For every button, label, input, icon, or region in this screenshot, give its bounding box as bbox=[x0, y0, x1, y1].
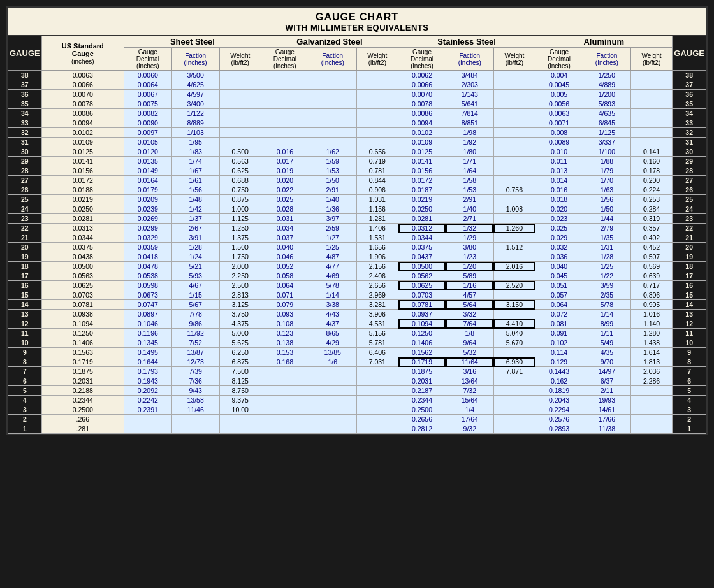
us-inches: 0.1719 bbox=[41, 357, 124, 367]
table-row: 19 0.0438 0.0418 1/24 1.750 0.046 4/87 1… bbox=[8, 252, 706, 262]
al-fraction: 1/50 bbox=[583, 204, 630, 214]
ss-decimal: 0.0067 bbox=[124, 90, 171, 99]
gauge-left: 30 bbox=[8, 147, 42, 157]
gauge-right: 17 bbox=[673, 271, 706, 281]
table-row: 15 0.0703 0.0673 1/15 2.813 0.071 1/14 2… bbox=[8, 290, 706, 300]
us-inches: 0.1563 bbox=[41, 348, 124, 357]
ss-fraction: 7/36 bbox=[171, 376, 219, 386]
al-decimal: 0.023 bbox=[536, 214, 583, 224]
ss-weight bbox=[219, 138, 261, 147]
al-fraction: 1/88 bbox=[583, 157, 630, 166]
us-inches: .266 bbox=[41, 415, 124, 424]
al-decimal: 0.064 bbox=[536, 300, 583, 310]
table-row: 21 0.0344 0.0329 3/91 1.375 0.037 1/27 1… bbox=[8, 233, 706, 243]
al-weight: 0.569 bbox=[630, 262, 673, 271]
ss-weight: 2.500 bbox=[219, 281, 261, 290]
ss-decimal: 0.0135 bbox=[124, 157, 171, 166]
gauge-left: 9 bbox=[8, 348, 42, 357]
al-decimal: 0.020 bbox=[536, 204, 583, 214]
al-faction-header: Faction(Inches) bbox=[583, 48, 630, 71]
gal-fraction: 1/25 bbox=[309, 243, 356, 252]
ss-fraction: 1/122 bbox=[171, 109, 219, 118]
gal-fraction: 1/62 bbox=[309, 147, 356, 157]
gal-weight: 2.156 bbox=[356, 262, 398, 271]
gauge-left: 28 bbox=[8, 166, 42, 176]
st-decimal: 0.1406 bbox=[398, 338, 446, 348]
st-faction-header: Faction(Inches) bbox=[446, 48, 493, 71]
gal-decimal bbox=[261, 71, 309, 80]
ss-fraction: 13/87 bbox=[171, 348, 219, 357]
al-weight: 0.905 bbox=[630, 300, 673, 310]
st-weight: 4.410 bbox=[493, 319, 535, 329]
gal-weight bbox=[356, 386, 398, 396]
ss-fraction: 9/86 bbox=[171, 319, 219, 329]
gal-decimal: 0.079 bbox=[261, 300, 309, 310]
gal-weight: 6.406 bbox=[356, 348, 398, 357]
al-decimal: 0.2294 bbox=[536, 405, 583, 415]
table-row: 35 0.0078 0.0075 3/400 0.0078 5/641 0.00… bbox=[8, 99, 706, 109]
gal-fraction: 4/77 bbox=[309, 262, 356, 271]
al-decimal: 0.102 bbox=[536, 338, 583, 348]
gal-decimal: 0.040 bbox=[261, 243, 309, 252]
ss-fraction: 1/83 bbox=[171, 147, 219, 157]
al-decimal: 0.018 bbox=[536, 195, 583, 204]
gal-decimal: 0.020 bbox=[261, 176, 309, 185]
gal-fraction bbox=[309, 90, 356, 99]
title-section: GAUGE CHART WITH MILLIMETER EQUIVALENTS bbox=[8, 8, 706, 36]
st-fraction: 15/64 bbox=[446, 396, 493, 405]
al-weight bbox=[630, 386, 673, 396]
gauge-left: 38 bbox=[8, 71, 42, 80]
al-decimal: 0.1819 bbox=[536, 386, 583, 396]
gauge-left: 10 bbox=[8, 338, 42, 348]
table-row: 18 0.0500 0.0478 5/21 2.000 0.052 4/77 2… bbox=[8, 262, 706, 271]
gauge-right: 34 bbox=[673, 109, 706, 118]
table-body: 38 0.0063 0.0060 3/500 0.0062 3/484 0.00… bbox=[8, 71, 706, 434]
gal-weight: 5.156 bbox=[356, 329, 398, 338]
st-weight bbox=[493, 109, 535, 118]
ss-decimal: 0.0299 bbox=[124, 224, 171, 233]
gal-weight-header: Weight(lb/ft2) bbox=[356, 48, 398, 71]
st-decimal: 0.0109 bbox=[398, 138, 446, 147]
ss-decimal: 0.1345 bbox=[124, 338, 171, 348]
ss-fraction: 1/28 bbox=[171, 243, 219, 252]
ss-fraction: 1/95 bbox=[171, 138, 219, 147]
gauge-right: 15 bbox=[673, 290, 706, 300]
st-fraction: 2/303 bbox=[446, 80, 493, 90]
al-fraction: 1/63 bbox=[583, 185, 630, 195]
st-weight bbox=[493, 424, 535, 434]
gauge-right: 16 bbox=[673, 281, 706, 290]
al-decimal: 0.032 bbox=[536, 243, 583, 252]
al-weight: 2.036 bbox=[630, 367, 673, 376]
ss-fraction: 4/597 bbox=[171, 90, 219, 99]
gal-weight bbox=[356, 367, 398, 376]
gal-fraction: 1/27 bbox=[309, 233, 356, 243]
gal-weight: 0.656 bbox=[356, 147, 398, 157]
gal-weight bbox=[356, 376, 398, 386]
gauge-left: 31 bbox=[8, 138, 42, 147]
gal-fraction bbox=[309, 405, 356, 415]
gal-fraction: 1/36 bbox=[309, 204, 356, 214]
gal-decimal bbox=[261, 415, 309, 424]
gal-decimal bbox=[261, 90, 309, 99]
st-fraction: 2/91 bbox=[446, 195, 493, 204]
st-weight-header: Weight(lb/ft2) bbox=[493, 48, 535, 71]
st-weight: 0.756 bbox=[493, 185, 535, 195]
gal-decimal: 0.052 bbox=[261, 262, 309, 271]
gal-weight: 3.281 bbox=[356, 300, 398, 310]
gauge-left: 17 bbox=[8, 271, 42, 281]
table-row: 32 0.0102 0.0097 1/103 0.0102 1/98 0.008… bbox=[8, 128, 706, 138]
ss-fraction: 1/42 bbox=[171, 204, 219, 214]
gal-fraction bbox=[309, 386, 356, 396]
ss-fraction: 9/43 bbox=[171, 386, 219, 396]
st-decimal: 0.1562 bbox=[398, 348, 446, 357]
st-weight: 7.871 bbox=[493, 367, 535, 376]
us-inches: 0.0625 bbox=[41, 281, 124, 290]
gauge-right: 3 bbox=[673, 405, 706, 415]
gauge-right: 14 bbox=[673, 300, 706, 310]
gauge-right: 28 bbox=[673, 166, 706, 176]
gal-weight bbox=[356, 138, 398, 147]
ss-fraction: 7/52 bbox=[171, 338, 219, 348]
ss-weight: 1.500 bbox=[219, 243, 261, 252]
ss-decimal: 0.0209 bbox=[124, 195, 171, 204]
gauge-left: 24 bbox=[8, 204, 42, 214]
